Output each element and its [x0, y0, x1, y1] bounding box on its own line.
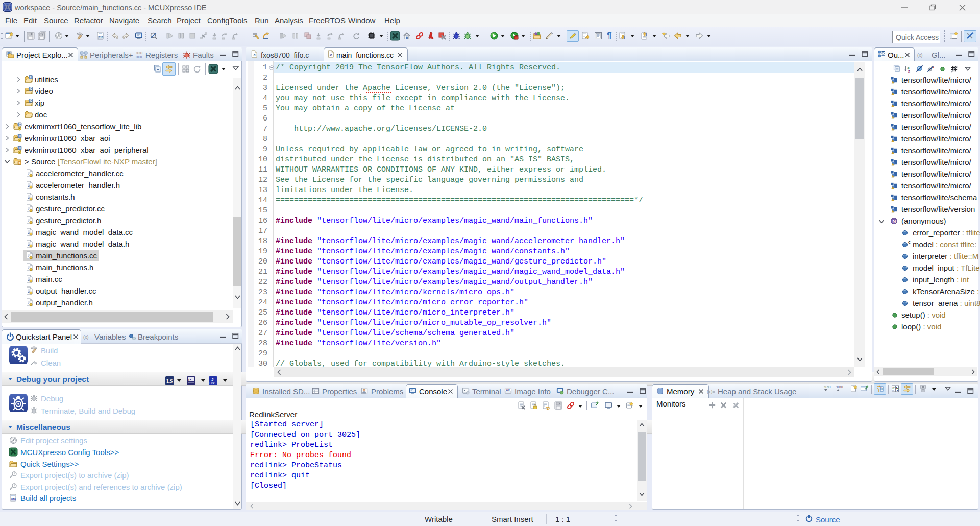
svg-text:LS: LS [166, 378, 173, 384]
svg-text:P: P [188, 378, 191, 382]
svg-text:Link: Link [210, 381, 215, 385]
